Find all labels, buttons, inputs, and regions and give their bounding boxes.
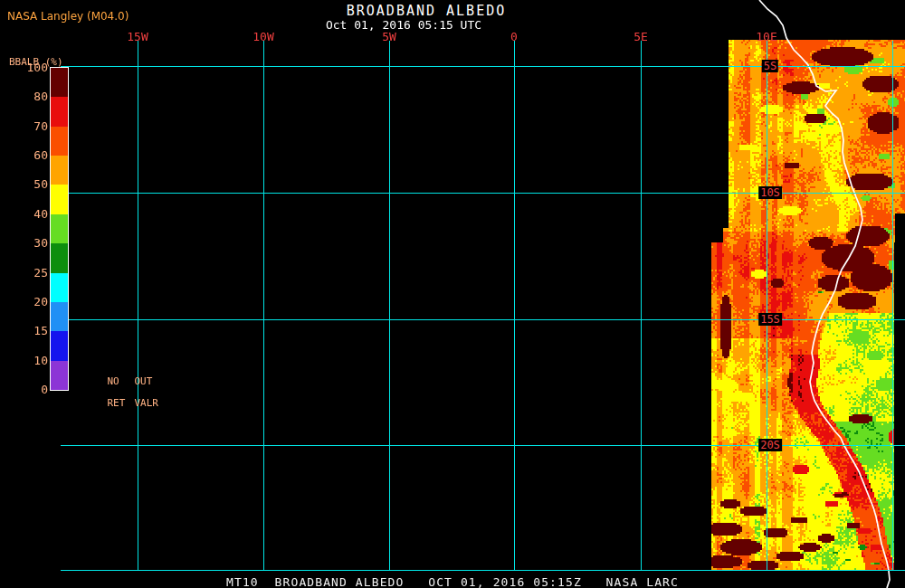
lon-label-0: 0 [510,30,518,43]
lat-label-10S: 10S [758,186,782,199]
colorbar-tick-25: 25 [17,266,48,280]
colorbar-segment-25-30 [51,243,68,272]
colorbar [50,67,69,391]
gridline-lon-15W [138,41,138,571]
gridline-lat [61,570,905,571]
lon-label-10W: 10W [252,30,273,43]
gridline-lon-10E [767,41,767,571]
colorbar-tick-60: 60 [17,148,48,162]
status-bar: MT10 BROADBAND ALBEDO OCT 01, 2016 05:15… [0,575,905,588]
colorbar-tick-0: 0 [17,383,48,396]
timestamp-subtitle: Oct 01, 2016 05:15 UTC [326,18,481,32]
colorbar-segment-60-70 [51,127,68,156]
agency-label: NASA Langley (M04.0) [7,10,129,23]
colorbar-segment-15-20 [51,302,68,331]
lon-label-10E: 10E [756,30,776,43]
colorbar-tick-80: 80 [17,90,48,103]
colorbar-segment-40-50 [51,185,68,213]
lon-label-15W: 15W [127,30,148,43]
colorbar-tick-30: 30 [17,236,48,250]
colorbar-tick-15: 15 [17,324,48,337]
lon-label-5W: 5W [382,30,396,43]
colorbar-tick-70: 70 [17,119,48,133]
lon-label-5E: 5E [634,30,648,43]
colorbar-tick-40: 40 [17,207,48,221]
lat-label-20S: 20S [758,439,782,451]
gridline-lon-5W [389,41,390,571]
lat-label-15S: 15S [758,313,782,326]
colorbar-segment-50-60 [51,156,68,185]
colorbar-tick-20: 20 [17,295,48,308]
gridline-lon-10W [263,41,264,571]
colorbar-segment-10-15 [51,331,68,360]
flag-row-2: RETVALR [83,385,158,421]
gridline-lon-0 [514,41,515,571]
colorbar-segment-0-10 [51,361,68,390]
flag-ret: RET [108,397,135,409]
colorbar-tick-10: 10 [17,354,48,367]
flag-valr: VALR [135,397,159,409]
broadband-albedo-screen: NASA Langley (M04.0) BROADBAND ALBEDO Oc… [0,0,905,588]
colorbar-tick-50: 50 [17,177,48,191]
colorbar-segment-30-40 [51,214,68,243]
page-title: BROADBAND ALBEDO [347,3,507,19]
albedo-map-canvas [706,0,905,588]
gridline-lon [892,41,893,571]
lat-label-5S: 5S [762,60,778,72]
colorbar-segment-20-25 [51,273,68,302]
colorbar-tick-100: 100 [17,61,48,74]
colorbar-segment-70-80 [51,97,68,126]
gridline-lon-5E [641,41,642,571]
colorbar-segment-80-100 [51,68,68,97]
